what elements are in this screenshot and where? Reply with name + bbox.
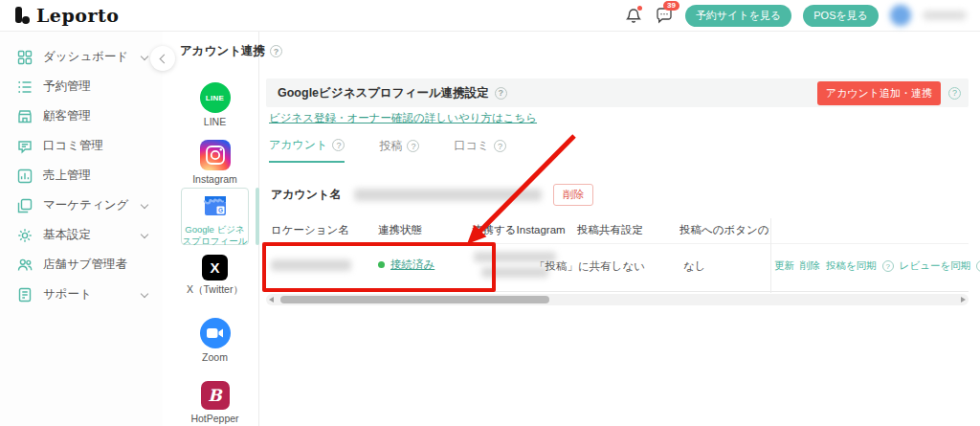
account-name-label: アカウント名 <box>271 187 341 203</box>
sidebar-item-label: 口コミ管理 <box>43 138 103 154</box>
leporto-logo[interactable]: Leporto <box>13 5 119 26</box>
chevron-down-icon <box>141 290 148 298</box>
x-twitter-icon: X <box>202 255 228 280</box>
user-name-redacted <box>923 11 967 20</box>
help-icon[interactable] <box>332 139 345 151</box>
sync-posts-action[interactable]: 投稿を同期 <box>826 259 877 273</box>
gear-icon <box>17 228 33 243</box>
business-setup-help-link[interactable]: ビジネス登録・オーナー確認の詳しいやり方はこちら <box>269 111 537 125</box>
help-icon[interactable] <box>270 45 282 57</box>
tab-reviews[interactable]: 口コミ <box>454 137 506 163</box>
platform-item-google-business-selected[interactable]: G Google ビジネスプロフィール <box>181 188 249 245</box>
delete-account-button[interactable]: 削除 <box>553 184 593 206</box>
section-title: Googleビジネスプロフィール連携設定 <box>278 85 507 101</box>
sidebar-item-label: 店舗サブ管理者 <box>43 257 127 273</box>
chat-icon[interactable]: 39 <box>655 6 674 25</box>
platform-item-hotpepper[interactable]: B HotPepper <box>170 381 259 425</box>
sidebar-item-label: 基本設定 <box>43 227 91 243</box>
section-header: Googleビジネスプロフィール連携設定 アカウント追加・連携 <box>266 78 969 107</box>
connection-status: 接続済み <box>378 258 434 272</box>
tab-bar: アカウント 投稿 口コミ <box>269 137 506 163</box>
sidebar-item-reviews[interactable]: 口コミ管理 <box>0 131 163 161</box>
button-setting-value: なし <box>683 259 706 274</box>
platform-item-zoom[interactable]: Zoom <box>170 318 259 364</box>
column-header-status: 連携状態 <box>378 223 422 237</box>
account-name-redacted <box>354 189 542 201</box>
chevron-down-icon <box>141 53 148 60</box>
scroll-right-arrow[interactable] <box>961 297 966 303</box>
sidebar-item-sub-admin[interactable]: 店舗サブ管理者 <box>0 250 163 280</box>
logo-text: Leporto <box>36 5 119 26</box>
tab-account[interactable]: アカウント <box>269 137 345 163</box>
platform-rail: LINE LINE Instagram G Google ビジネスプロフィール <box>170 32 259 426</box>
connected-dot-icon <box>378 261 385 268</box>
account-name-row: アカウント名 削除 <box>271 184 593 206</box>
help-icon[interactable] <box>976 260 980 272</box>
platform-label: HotPepper <box>170 413 259 425</box>
sidebar-collapse-button[interactable] <box>150 46 175 71</box>
platform-label: Zoom <box>170 351 259 364</box>
sidebar-item-settings[interactable]: 基本設定 <box>0 220 163 250</box>
scroll-left-arrow[interactable] <box>269 297 274 303</box>
help-icon[interactable] <box>495 87 507 100</box>
platform-item-line[interactable]: LINE LINE <box>170 82 259 128</box>
x-glyph: X <box>210 259 219 276</box>
sidebar-item-sales[interactable]: 売上管理 <box>0 161 163 191</box>
sidebar-item-customers[interactable]: 顧客管理 <box>0 101 163 131</box>
view-booking-site-button[interactable]: 予約サイトを見る <box>685 5 791 27</box>
location-name-redacted <box>271 259 351 271</box>
sidebar-item-reservations[interactable]: 予約管理 <box>0 72 163 101</box>
help-icon[interactable] <box>948 87 961 100</box>
page-title-text: アカウント連携 <box>180 43 265 59</box>
line-glyph: LINE <box>206 94 224 102</box>
help-icon[interactable] <box>407 140 419 152</box>
app-window: Leporto 39 予約サイトを見る POSを見る <box>0 0 980 426</box>
tab-posts[interactable]: 投稿 <box>379 137 419 163</box>
platform-label: Instagram <box>170 173 259 186</box>
sales-chart-icon <box>17 168 33 184</box>
sidebar-item-label: サポート <box>43 286 92 303</box>
user-avatar[interactable] <box>890 5 911 26</box>
notification-bell-icon[interactable] <box>624 6 643 25</box>
chevron-down-icon <box>141 201 148 209</box>
scrollbar-thumb[interactable] <box>280 296 549 303</box>
hotpepper-icon: B <box>201 381 230 410</box>
storefront-icon <box>17 109 33 124</box>
svg-text:G: G <box>217 207 222 213</box>
delete-action[interactable]: 削除 <box>800 259 820 273</box>
platform-label: Google ビジネスプロフィール <box>182 224 248 247</box>
chat-unread-badge: 39 <box>663 1 679 11</box>
row-actions: 更新 削除 投稿を同期 レビューを同期 <box>774 259 980 273</box>
support-doc-icon <box>17 287 33 303</box>
platform-label: LINE <box>170 116 259 128</box>
page-title: アカウント連携 <box>180 43 282 59</box>
column-header-button-setting: 投稿へのボタンの追加設定 <box>679 223 769 237</box>
connection-status-link[interactable]: 接続済み <box>390 258 434 272</box>
section-title-text: Googleビジネスプロフィール連携設定 <box>278 85 489 101</box>
list-icon <box>17 79 33 95</box>
sidebar-item-label: 売上管理 <box>43 168 91 184</box>
sync-reviews-action[interactable]: レビューを同期 <box>900 259 970 273</box>
google-business-icon: G <box>202 193 229 218</box>
platform-item-instagram[interactable]: Instagram <box>170 140 259 186</box>
sidebar-item-marketing[interactable]: マーケティング <box>0 191 163 220</box>
dashboard-icon <box>17 50 33 65</box>
column-divider <box>770 218 771 293</box>
column-header-instagram: 連携するInstagram <box>472 223 566 237</box>
notification-dot <box>637 6 642 11</box>
sidebar-item-dashboard[interactable]: ダッシュボード <box>0 42 163 72</box>
help-icon[interactable] <box>882 260 894 272</box>
share-setting-value: 「投稿」に共有しない <box>534 259 645 274</box>
view-pos-button[interactable]: POSを見る <box>803 5 879 27</box>
tab-label: アカウント <box>269 137 327 153</box>
chevron-down-icon <box>141 231 148 238</box>
platform-item-x-twitter[interactable]: X X（Twitter） <box>170 255 259 296</box>
update-action[interactable]: 更新 <box>774 259 794 273</box>
add-account-button[interactable]: アカウント追加・連携 <box>817 81 941 105</box>
sidebar-item-label: ダッシュボード <box>43 49 128 65</box>
help-icon[interactable] <box>494 140 506 152</box>
sidebar-item-support[interactable]: サポート <box>0 280 163 309</box>
tab-label: 投稿 <box>379 138 402 154</box>
horizontal-scrollbar[interactable] <box>266 294 969 305</box>
marketing-layers-icon <box>17 198 33 213</box>
